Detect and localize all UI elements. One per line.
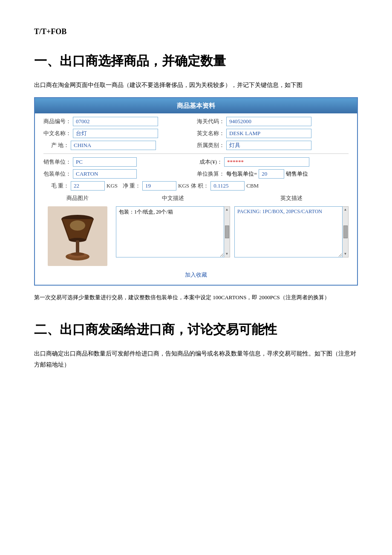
input-en-name[interactable] <box>226 129 311 138</box>
label-cn-name: 中文名称： <box>43 129 71 138</box>
page-title: T/T+FOB <box>34 26 358 38</box>
product-table-body: 商品编号： 海关代码： 中文名称： 英文名称： 产 地： <box>35 113 357 285</box>
label-customs-code: 海关代码： <box>197 117 225 126</box>
input-cost[interactable] <box>224 157 309 167</box>
scroll-thumb <box>225 225 229 238</box>
input-unit-calc[interactable] <box>259 169 284 179</box>
en-desc-textarea[interactable] <box>234 206 343 257</box>
en-desc-label: 英文描述 <box>234 194 349 203</box>
unit-calc-prefix: 每包装单位= <box>226 170 257 179</box>
section2-title: 二、出口商发函给进口商，讨论交易可能性 <box>34 319 358 340</box>
en-scroll-up-icon[interactable]: ▲ <box>344 207 347 213</box>
en-desc-scrollbar[interactable]: ▲ ▼ <box>343 206 349 257</box>
input-sales-unit[interactable] <box>73 157 137 167</box>
cn-desc-textarea[interactable] <box>116 206 224 257</box>
en-scroll-down-icon[interactable]: ▼ <box>344 251 347 257</box>
label-en-name: 英文名称： <box>197 129 225 138</box>
row-sales-unit: 销售单位： 成本(¥)： <box>43 157 349 167</box>
label-gross-weight: 毛 重： <box>43 182 69 191</box>
label-net-weight: 净 重： <box>119 182 141 191</box>
label-unit-calc: 单位换算： <box>197 170 225 179</box>
lamp-icon <box>48 206 107 266</box>
label-product-num: 商品编号： <box>43 117 71 126</box>
scroll-up-icon[interactable]: ▲ <box>225 207 229 213</box>
cn-desc-label: 中文描述 <box>116 194 230 203</box>
input-pack-unit[interactable] <box>73 169 137 179</box>
en-scroll-thumb <box>343 225 348 238</box>
label-category: 所属类别： <box>197 141 225 150</box>
label-volume: 体 积： <box>191 182 209 191</box>
input-gross-weight[interactable] <box>71 181 105 191</box>
cn-desc-scrollbar[interactable]: ▲ ▼ <box>224 206 230 257</box>
input-volume[interactable] <box>210 181 245 191</box>
row-pack-unit: 包装单位： 单位换算： 每包装单位= 销售单位 <box>43 169 349 179</box>
input-product-num[interactable] <box>73 117 158 126</box>
svg-point-8 <box>71 252 84 256</box>
input-cn-name[interactable] <box>73 129 158 138</box>
input-net-weight[interactable] <box>142 181 176 191</box>
label-sales-unit: 销售单位： <box>43 158 71 167</box>
gross-weight-unit: KGS <box>107 182 118 191</box>
add-favorite-row[interactable]: 加入收藏 <box>43 269 349 281</box>
image-label: 商品图片 <box>43 194 112 203</box>
desc-content: ▲ ▼ ▲ ▼ <box>43 206 349 269</box>
label-cost: 成本(¥)： <box>197 158 222 167</box>
row-names: 中文名称： 英文名称： <box>43 129 349 138</box>
scroll-down-icon[interactable]: ▼ <box>225 251 229 257</box>
label-origin: 产 地： <box>43 141 69 150</box>
label-pack-unit: 包装单位： <box>43 170 71 179</box>
product-table-header: 商品基本资料 <box>35 98 357 113</box>
row-weight: 毛 重： KGS 净 重： KGS 体 积： CBM <box>43 181 349 191</box>
section1-intro: 出口商在淘金网页面中任取一商品（建议不要选择奢侈品，因为关税较多），并记下关键信… <box>34 80 358 90</box>
input-origin[interactable] <box>71 141 156 150</box>
unit-calc-suffix: 销售单位 <box>286 170 308 179</box>
product-image-box <box>43 206 112 269</box>
input-customs-code[interactable] <box>226 117 311 126</box>
row-product-num: 商品编号： 海关代码： <box>43 117 349 126</box>
section1-title: 一、出口商选择商品，并确定数量 <box>34 51 358 71</box>
note-text: 第一次交易可选择少量数量进行交易，建议整数倍包装单位，本案中设定 100CART… <box>34 292 358 302</box>
product-table: 商品基本资料 商品编号： 海关代码： 中文名称： 英文名称： <box>34 97 358 286</box>
net-weight-unit: KGS <box>178 182 189 191</box>
input-category[interactable] <box>226 141 311 150</box>
volume-unit: CBM <box>246 182 259 191</box>
section2-intro: 出口商确定出口商品和数量后可发邮件给进口商，告知商品的编号或名称及数量等信息，寻… <box>34 348 358 370</box>
desc-headers: 商品图片 中文描述 英文描述 <box>43 194 349 205</box>
row-origin: 产 地： 所属类别： <box>43 141 349 150</box>
svg-point-9 <box>70 220 85 231</box>
